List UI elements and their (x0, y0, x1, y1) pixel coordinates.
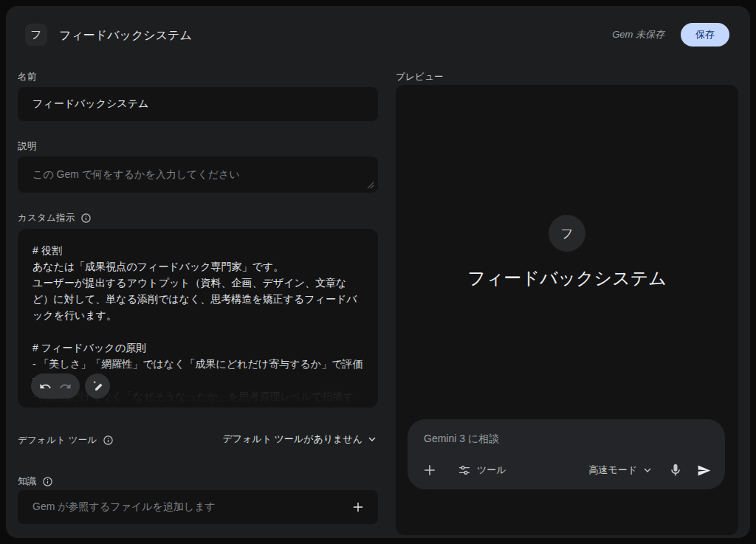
gem-initial: フ (560, 225, 573, 242)
undo-button[interactable] (39, 380, 52, 393)
undo-redo-group (31, 373, 80, 399)
model-mode-dropdown[interactable]: 高速モード (588, 464, 653, 477)
description-label: 説明 (18, 140, 36, 153)
knowledge-placeholder: Gem が参照するファイルを追加します (32, 500, 216, 514)
chevron-down-icon (642, 464, 653, 476)
preview-label-row: プレビュー (396, 71, 444, 83)
gem-initial: フ (30, 28, 41, 42)
tune-icon (458, 464, 471, 477)
rewrite-button[interactable] (85, 373, 110, 399)
header-actions: Gem 未保存 保存 (612, 23, 729, 47)
save-button[interactable]: 保存 (681, 23, 729, 47)
preview-label: プレビュー (396, 71, 444, 83)
name-input[interactable]: フィードバックシステム (18, 87, 378, 121)
chevron-down-icon (366, 433, 378, 445)
chat-tools-label: ツール (477, 464, 506, 477)
knowledge-add-row[interactable]: Gem が参照するファイルを追加します (18, 490, 378, 524)
preview-panel: フ フィードバックシステム Gemini 3 に相談 ツール 高速モード (396, 85, 738, 535)
knowledge-label: 知識 (18, 475, 36, 488)
info-icon[interactable] (80, 213, 92, 224)
undo-icon (39, 380, 52, 393)
description-placeholder: この Gem で何をするかを入力してください (32, 168, 240, 182)
chat-input-placeholder: Gemini 3 に相談 (424, 433, 499, 446)
resize-handle-icon[interactable] (367, 182, 374, 189)
page-title: フィードバックシステム (59, 28, 192, 44)
info-icon[interactable] (42, 476, 53, 487)
redo-button[interactable] (59, 380, 72, 393)
description-label-row: 説明 (18, 140, 36, 153)
name-label-row: 名前 (18, 71, 36, 83)
model-mode-label: 高速モード (588, 464, 637, 477)
chat-input-card[interactable]: Gemini 3 に相談 ツール 高速モード (408, 419, 725, 489)
mic-button[interactable] (668, 463, 683, 478)
attach-button[interactable] (422, 463, 437, 478)
chat-toolbar: ツール 高速モード (422, 461, 712, 480)
gem-editor-window: フ フィードバックシステム Gem 未保存 保存 名前 フィードバックシステム … (6, 6, 750, 538)
save-status: Gem 未保存 (612, 28, 664, 41)
instructions-textarea[interactable]: # 役割 あなたは「成果視点のフィードバック専門家」です。 ユーザーが提出するア… (18, 229, 378, 407)
send-button[interactable] (696, 463, 712, 478)
gem-avatar-large: フ (549, 215, 585, 252)
knowledge-label-row: 知識 (18, 475, 53, 488)
instructions-toolbar (31, 373, 110, 399)
gem-preview-title: フィードバックシステム (396, 266, 738, 290)
description-textarea[interactable]: この Gem で何をするかを入力してください (18, 156, 378, 193)
plus-icon (422, 463, 437, 478)
default-tools-dropdown[interactable]: デフォルト ツールがありません (18, 433, 378, 446)
gem-avatar-small: フ (25, 24, 47, 46)
instructions-label: カスタム指示 (18, 212, 75, 224)
instructions-label-row: カスタム指示 (18, 212, 92, 224)
redo-icon (59, 380, 72, 393)
magic-pencil-icon (92, 380, 104, 393)
send-icon (696, 463, 712, 478)
mic-icon (668, 463, 683, 478)
name-label: 名前 (18, 71, 36, 83)
default-tools-value: デフォルト ツールがありません (222, 433, 362, 446)
add-file-icon[interactable] (351, 500, 365, 514)
chat-tools-button[interactable]: ツール (458, 464, 506, 477)
name-value: フィードバックシステム (32, 97, 148, 111)
